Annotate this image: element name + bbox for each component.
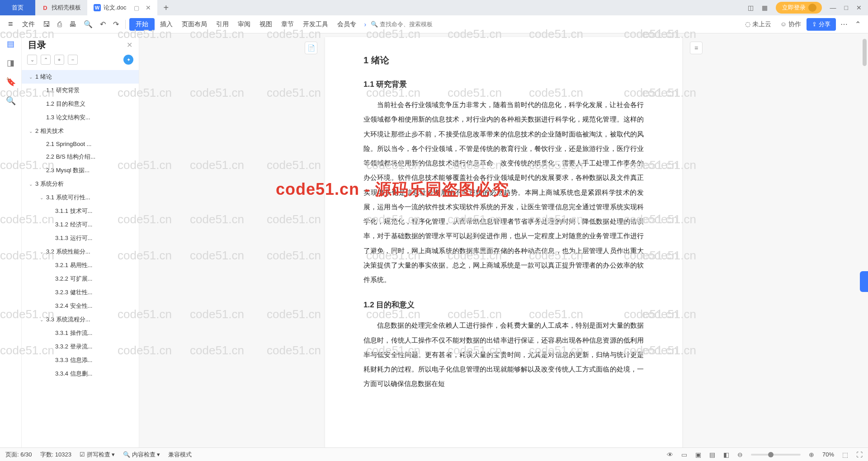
outline-item[interactable]: 2.1 SpringBoot ...: [22, 138, 139, 150]
print-icon[interactable]: 🖶: [66, 19, 79, 30]
tab-layout[interactable]: 页面布局: [178, 19, 211, 30]
content-check[interactable]: 🔍 内容检查 ▾: [123, 451, 160, 459]
tab-reference[interactable]: 引用: [212, 19, 232, 30]
minimize-icon[interactable]: —: [830, 4, 836, 11]
side-handle[interactable]: [860, 271, 868, 292]
view-mode-icon[interactable]: 👁: [667, 451, 673, 458]
outline-item[interactable]: 1.2 目的和意义: [22, 97, 139, 111]
more-icon[interactable]: ⋯: [838, 18, 850, 30]
more-tabs-icon[interactable]: ›: [362, 21, 369, 28]
tab-view[interactable]: 视图: [256, 19, 276, 30]
apps-icon[interactable]: ▦: [762, 4, 768, 11]
outline-panel: 目录 ✕ ⌄ ⌃ + − ✦ ⌄1 绪论1.1 研究背景1.2 目的和意义1.3…: [22, 33, 139, 447]
cloud-status[interactable]: ◌ 未上云: [741, 19, 775, 30]
outline-item[interactable]: 3.3.1 操作流...: [22, 326, 139, 340]
tab-dev[interactable]: 开发工具: [299, 19, 332, 30]
outline-item[interactable]: 3.2.1 易用性...: [22, 259, 139, 272]
tab-review[interactable]: 审阅: [234, 19, 254, 30]
add-item-icon[interactable]: +: [54, 55, 64, 65]
outline-item[interactable]: 3.2.4 安全性...: [22, 299, 139, 313]
window-controls: ◫ ▦ 立即登录 — □ ✕: [748, 2, 868, 14]
outline-item[interactable]: 3.3.3 信息添...: [22, 353, 139, 367]
outline-item[interactable]: 3.2.2 可扩展...: [22, 272, 139, 286]
outline-item[interactable]: 3.3.2 登录流...: [22, 340, 139, 353]
expand-all-icon[interactable]: ⌃: [41, 55, 51, 65]
tab-bar: 首页 D 找稻壳模板 W 论文.doc ▢ ✕ + ◫ ▦ 立即登录 — □ ✕: [0, 0, 868, 15]
layout-icon[interactable]: ◫: [748, 4, 754, 11]
spell-check[interactable]: ☑ 拼写检查 ▾: [80, 451, 115, 459]
outline-item[interactable]: 3.1.3 运行可...: [22, 231, 139, 245]
collapse-icon[interactable]: ⌃: [852, 18, 863, 30]
window-close-icon[interactable]: ✕: [856, 4, 862, 11]
ai-icon[interactable]: ✦: [123, 55, 133, 65]
outline-item[interactable]: 1.3 论文结构安...: [22, 111, 139, 124]
word-count[interactable]: 字数: 10323: [40, 451, 71, 459]
hamburger-icon[interactable]: ≡: [5, 18, 17, 31]
bookmark-rail-icon[interactable]: 🔖: [6, 77, 16, 87]
outline-rail-icon[interactable]: ▤: [7, 39, 14, 49]
page-options-icon[interactable]: 📄: [305, 42, 317, 54]
outline-item[interactable]: 3.1.1 技术可...: [22, 204, 139, 218]
projector-icon[interactable]: ▢: [134, 5, 139, 11]
ribbon-toolbar: ≡ 文件 🖫 ⎙ 🖶 🔍 ↶ ↷ 开始 插入 页面布局 引用 审阅 视图 章节 …: [0, 15, 868, 33]
new-tab-button[interactable]: +: [157, 3, 175, 13]
command-search[interactable]: 🔍 查找命令、搜索模板: [371, 20, 433, 28]
close-icon[interactable]: ✕: [146, 4, 151, 11]
page-view-icon[interactable]: ▣: [695, 451, 701, 458]
outline-item[interactable]: 2.2 B/S 结构介绍...: [22, 150, 139, 164]
coop-button[interactable]: ☺ 协作: [777, 19, 805, 30]
fullscreen-icon[interactable]: ⛶: [856, 451, 863, 458]
side-rail: ▤ ◨ 🔖 🔍: [0, 33, 22, 447]
outline-item[interactable]: 3.2.3 健壮性...: [22, 286, 139, 299]
scrollbar[interactable]: [863, 33, 867, 447]
tab-template[interactable]: D 找稻壳模板: [35, 0, 87, 15]
preview-icon[interactable]: 🔍: [81, 18, 95, 30]
zoom-out-icon[interactable]: ⊖: [737, 451, 743, 458]
page-menu-icon[interactable]: ≡: [690, 42, 703, 54]
fit-icon[interactable]: ⬚: [842, 451, 848, 458]
redo-icon[interactable]: ↷: [110, 18, 122, 30]
outline-item[interactable]: ⌄3 系统分析: [22, 177, 139, 191]
outline-item[interactable]: ⌄2 相关技术: [22, 124, 139, 138]
collapse-all-icon[interactable]: ⌄: [27, 55, 37, 65]
page-indicator[interactable]: 页面: 6/30: [5, 451, 32, 459]
remove-item-icon[interactable]: −: [68, 55, 78, 65]
undo-icon[interactable]: ↶: [97, 18, 108, 30]
outline-item[interactable]: 3.3.4 信息删...: [22, 367, 139, 381]
document-page[interactable]: 1 绪论 1.1 研究背景 当前社会各行业领域竞争压力非常大，随着当前时代的信息…: [325, 37, 682, 447]
outline-item[interactable]: 2.3 Mysql 数据...: [22, 164, 139, 177]
outline-item[interactable]: 3.1.2 经济可...: [22, 218, 139, 231]
tab-chapter[interactable]: 章节: [278, 19, 297, 30]
layers-rail-icon[interactable]: ◨: [7, 58, 14, 68]
outline-item[interactable]: ⌄1 绪论: [22, 70, 139, 84]
tab-home[interactable]: 首页: [0, 0, 35, 15]
reading-icon[interactable]: ▭: [681, 451, 687, 458]
tab-insert[interactable]: 插入: [156, 19, 176, 30]
panel-close-icon[interactable]: ✕: [127, 41, 132, 49]
login-button[interactable]: 立即登录: [776, 2, 822, 14]
file-menu[interactable]: 文件: [19, 19, 38, 30]
scrollbar-thumb[interactable]: [863, 39, 867, 66]
outline-item[interactable]: ⌄3.3 系统流程分...: [22, 313, 139, 326]
compat-mode[interactable]: 兼容模式: [168, 451, 192, 459]
tab-start[interactable]: 开始: [129, 18, 155, 31]
zoom-in-icon[interactable]: ⊕: [809, 451, 814, 458]
outline-tools: ⌄ ⌃ + − ✦: [22, 55, 139, 68]
web-view-icon[interactable]: ▤: [709, 451, 715, 458]
save-icon[interactable]: 🖫: [40, 19, 53, 30]
search-rail-icon[interactable]: 🔍: [6, 96, 16, 106]
share-button[interactable]: ⇪ 分享: [807, 18, 836, 31]
separator: [125, 20, 126, 29]
outline-item[interactable]: ⌄3.1 系统可行性...: [22, 191, 139, 204]
zoom-slider[interactable]: [751, 454, 801, 456]
zoom-level[interactable]: 70%: [822, 451, 834, 458]
outline-item[interactable]: 1.1 研究背景: [22, 84, 139, 97]
maximize-icon[interactable]: □: [844, 4, 848, 11]
outline-title: 目录: [28, 39, 46, 51]
export-icon[interactable]: ⎙: [55, 19, 65, 30]
document-area: 📄 ≡ 1 绪论 1.1 研究背景 当前社会各行业领域竞争压力非常大，随着当前时…: [139, 33, 868, 447]
tab-document[interactable]: W 论文.doc ▢ ✕: [87, 0, 157, 15]
outline-item[interactable]: ⌄3.2 系统性能分...: [22, 245, 139, 259]
outline-view-icon[interactable]: ◧: [723, 451, 729, 458]
tab-member[interactable]: 会员专: [334, 19, 360, 30]
